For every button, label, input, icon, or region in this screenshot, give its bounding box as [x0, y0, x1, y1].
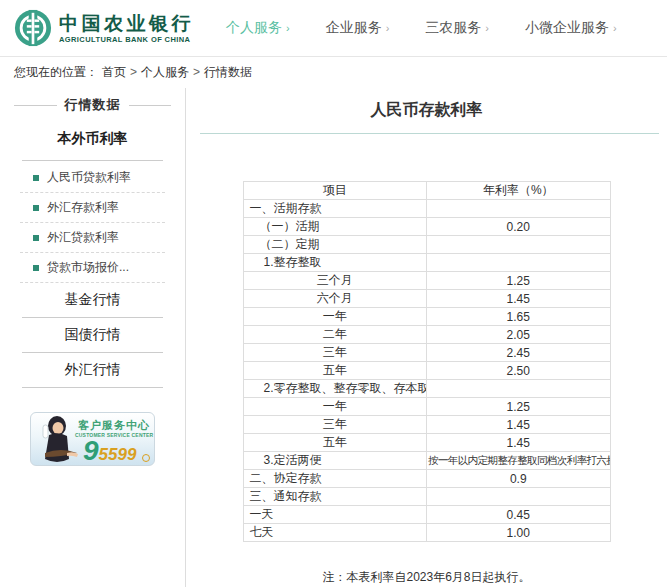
table-row: 六个月1.45	[243, 290, 610, 308]
breadcrumb-link[interactable]: 首页	[102, 65, 126, 79]
table-row: （二）定期	[243, 236, 610, 254]
nav-item-link[interactable]: 企业服务›	[326, 19, 390, 37]
item-cell: 七天	[243, 524, 427, 542]
square-bullet-icon	[33, 265, 39, 271]
rate-cell	[427, 380, 611, 398]
chevron-right-icon: ›	[485, 22, 489, 34]
nav-item-link[interactable]: 三农服务›	[425, 19, 489, 37]
item-cell: 一年	[243, 398, 427, 416]
service-agent-illustration	[31, 413, 81, 466]
item-cell: 1.整存整取	[243, 254, 427, 272]
table-row: （一）活期0.20	[243, 218, 610, 236]
sidebar-group-link[interactable]: 国债行情	[22, 318, 163, 353]
page: 中国农业银行 AGRICULTURAL BANK OF CHINA 个人服务›企…	[0, 0, 667, 587]
rate-cell: 按一年以内定期整存整取同档次利率打六折执行	[427, 452, 611, 470]
table-row: 五年1.45	[243, 434, 610, 452]
table-row: 二年2.05	[243, 326, 610, 344]
item-cell: 三个月	[243, 272, 427, 290]
table-row: 1.整存整取	[243, 254, 610, 272]
page-title: 人民币存款利率	[186, 100, 667, 120]
body-layout: 行情数据 本外币利率 人民币贷款利率外汇存款利率外汇贷款利率贷款市场报价... …	[0, 88, 667, 587]
sidebar-menu-item[interactable]: 贷款市场报价...	[20, 253, 165, 283]
rate-cell: 1.25	[427, 272, 611, 290]
item-cell: 3.定活两便	[243, 452, 427, 470]
table-row: 三年2.45	[243, 344, 610, 362]
square-bullet-icon	[33, 205, 39, 211]
rate-cell: 1.65	[427, 308, 611, 326]
title-divider	[200, 133, 659, 134]
nav-item-active[interactable]: 个人服务›	[226, 19, 290, 37]
table-row: 一年1.25	[243, 398, 610, 416]
breadcrumb-separator: >	[130, 65, 137, 79]
item-cell: 三年	[243, 344, 427, 362]
table-row: 二、协定存款0.9	[243, 470, 610, 488]
item-cell: 一年	[243, 308, 427, 326]
table-row: 五年2.50	[243, 362, 610, 380]
table-row: 一天0.45	[243, 506, 610, 524]
nav-item-label: 个人服务	[226, 19, 282, 35]
sidebar-title-label: 行情数据	[57, 96, 129, 114]
sidebar-menu-item-label: 外汇存款利率	[47, 199, 119, 216]
sidebar-title: 行情数据	[14, 96, 171, 114]
item-cell: 三、通知存款	[243, 488, 427, 506]
chevron-right-icon: ›	[286, 22, 290, 34]
sidebar-menu-item[interactable]: 人民币贷款利率	[20, 163, 165, 193]
square-bullet-icon	[33, 235, 39, 241]
smile-badge-icon	[142, 454, 150, 462]
item-cell: （二）定期	[243, 236, 427, 254]
customer-service-banner[interactable]: 客户服务中心 CUSTOMER SERVICE CENTER 95599	[30, 412, 155, 466]
chevron-right-icon: ›	[613, 22, 617, 34]
content: 人民币存款利率 项目年利率（%） 一、活期存款（一）活期0.20（二）定期1.整…	[186, 88, 667, 587]
table-row: 三年1.45	[243, 416, 610, 434]
sidebar-menu: 人民币贷款利率外汇存款利率外汇贷款利率贷款市场报价...	[20, 163, 165, 283]
item-cell: 五年	[243, 362, 427, 380]
rate-cell	[427, 488, 611, 506]
sidebar-section-rates: 本外币利率	[22, 114, 163, 161]
logo-text: 中国农业银行 AGRICULTURAL BANK OF CHINA	[59, 13, 194, 44]
logo-name-en: AGRICULTURAL BANK OF CHINA	[59, 35, 194, 44]
item-cell: 二、协定存款	[243, 470, 427, 488]
breadcrumb-prefix: 您现在的位置：	[14, 64, 98, 81]
table-row: 七天1.00	[243, 524, 610, 542]
sidebar-group-link[interactable]: 基金行情	[22, 283, 163, 318]
service-banner-title-cn: 客户服务中心	[78, 418, 150, 433]
phone-digit-9: 9	[83, 435, 99, 466]
breadcrumb-separator: >	[193, 65, 200, 79]
nav-item-link[interactable]: 小微企业服务›	[525, 19, 617, 37]
phone-digits-5599: 5599	[99, 445, 137, 464]
abc-bank-icon	[14, 9, 52, 47]
item-cell: （一）活期	[243, 218, 427, 236]
sidebar-menu-item[interactable]: 外汇贷款利率	[20, 223, 165, 253]
service-phone-number: 95599	[83, 435, 136, 466]
rate-cell: 1.45	[427, 416, 611, 434]
sidebar-group-link[interactable]: 外汇行情	[22, 353, 163, 388]
rate-cell: 0.20	[427, 218, 611, 236]
item-cell: 2.零存整取、整存零取、存本取息	[243, 380, 427, 398]
sidebar-menu-item[interactable]: 外汇存款利率	[20, 193, 165, 223]
breadcrumb-link[interactable]: 行情数据	[204, 65, 252, 79]
item-cell: 二年	[243, 326, 427, 344]
main-nav: 个人服务›企业服务›三农服务›小微企业服务›	[226, 19, 617, 37]
breadcrumb-link[interactable]: 个人服务	[141, 65, 189, 79]
table-row: 2.零存整取、整存零取、存本取息	[243, 380, 610, 398]
sidebar-menu-item-label: 外汇贷款利率	[47, 229, 119, 246]
rate-cell: 1.25	[427, 398, 611, 416]
item-cell: 一天	[243, 506, 427, 524]
rate-cell: 1.45	[427, 290, 611, 308]
item-cell: 一、活期存款	[243, 200, 427, 218]
deposit-rates-table: 项目年利率（%） 一、活期存款（一）活期0.20（二）定期1.整存整取三个月1.…	[243, 181, 611, 542]
breadcrumb: 您现在的位置： 首页>个人服务>行情数据	[0, 57, 667, 88]
rate-cell	[427, 254, 611, 272]
table-column-header: 年利率（%）	[427, 182, 611, 200]
rate-cell: 1.00	[427, 524, 611, 542]
item-cell: 六个月	[243, 290, 427, 308]
table-row: 三、通知存款	[243, 488, 610, 506]
nav-item-label: 企业服务	[326, 19, 382, 35]
logo-name-cn: 中国农业银行	[59, 13, 194, 35]
nav-item-label: 小微企业服务	[525, 19, 609, 35]
nav-item-label: 三农服务	[425, 19, 481, 35]
sidebar: 行情数据 本外币利率 人民币贷款利率外汇存款利率外汇贷款利率贷款市场报价... …	[0, 88, 186, 587]
abc-logo[interactable]: 中国农业银行 AGRICULTURAL BANK OF CHINA	[14, 9, 194, 47]
rate-cell: 0.45	[427, 506, 611, 524]
item-cell: 五年	[243, 434, 427, 452]
